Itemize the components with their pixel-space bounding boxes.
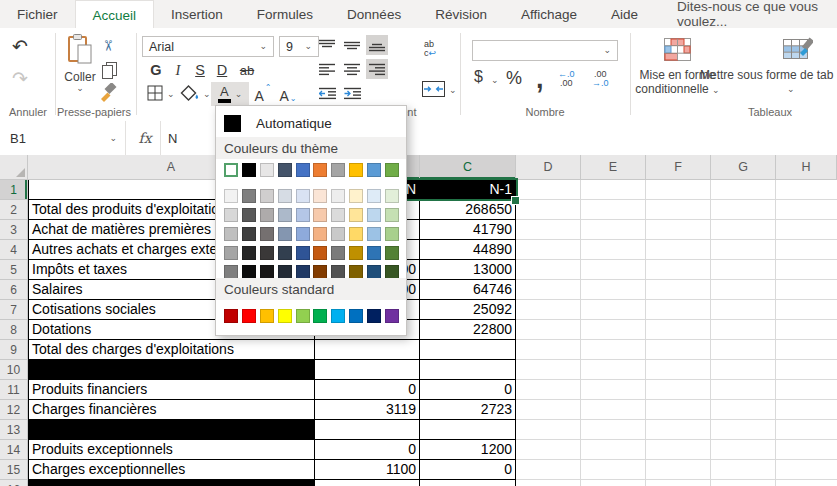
color-swatch[interactable] [367, 208, 381, 222]
cell-C13[interactable] [420, 420, 516, 440]
cell-C1[interactable]: N-1 [420, 180, 516, 200]
currency-format-button[interactable]: $ [474, 68, 483, 86]
color-swatch[interactable] [260, 163, 274, 177]
percent-format-button[interactable]: % [506, 68, 522, 89]
chevron-down-icon[interactable]: ⌄ [449, 86, 457, 95]
color-swatch[interactable] [313, 246, 327, 260]
fill-color-button[interactable] [180, 84, 200, 102]
col-header-D[interactable]: D [516, 155, 581, 180]
color-swatch[interactable] [385, 208, 399, 222]
increase-indent-button[interactable] [341, 83, 363, 103]
color-swatch[interactable] [242, 163, 256, 177]
font-size-combo[interactable]: 9 ⌄ [279, 36, 319, 57]
decrease-indent-button[interactable] [316, 83, 338, 103]
cell-C11[interactable]: 0 [420, 380, 516, 400]
tab-affichage[interactable]: Affichage [504, 0, 594, 28]
color-swatch[interactable] [278, 227, 292, 241]
color-swatch[interactable] [296, 265, 310, 279]
cell-C10[interactable] [420, 360, 516, 380]
color-swatch[interactable] [349, 208, 363, 222]
empty-cells[interactable] [516, 380, 837, 400]
empty-cells[interactable] [516, 180, 837, 200]
color-swatch[interactable] [296, 189, 310, 203]
color-swatch[interactable] [331, 208, 345, 222]
color-swatch[interactable] [242, 189, 256, 203]
tab-aide[interactable]: Aide [594, 0, 655, 28]
row-header-1[interactable]: 1 [0, 180, 28, 200]
tab-fichier[interactable]: Fichier [0, 0, 75, 28]
color-swatch[interactable] [349, 163, 363, 177]
automatic-color-item[interactable]: Automatique [216, 110, 406, 136]
color-swatch[interactable] [349, 309, 363, 323]
cell-A14[interactable]: Produits exceptionnels [28, 440, 315, 460]
empty-cells[interactable] [516, 460, 837, 480]
cell-A13[interactable] [28, 420, 315, 440]
color-swatch[interactable] [278, 208, 292, 222]
tab-insertion[interactable]: Insertion [154, 0, 240, 28]
merge-center-button[interactable] [421, 80, 445, 97]
double-underline-button[interactable]: D [212, 60, 232, 80]
cell-A12[interactable]: Charges financières [28, 400, 315, 420]
tell-me-search[interactable]: Dites-nous ce que vous voulez... [677, 0, 837, 28]
conditional-formatting-icon[interactable] [662, 36, 692, 62]
font-color-button[interactable]: A ⌄ [211, 82, 249, 106]
color-swatch[interactable] [260, 227, 274, 241]
color-swatch[interactable] [367, 309, 381, 323]
empty-cells[interactable] [516, 260, 837, 280]
cell-B11[interactable]: 0 [315, 380, 420, 400]
color-swatch[interactable] [385, 309, 399, 323]
cell-C7[interactable]: 25092 [420, 300, 516, 320]
color-swatch[interactable] [367, 246, 381, 260]
empty-cells[interactable] [516, 360, 837, 380]
paste-button[interactable]: Coller ⌄ [58, 33, 102, 93]
color-swatch[interactable] [224, 189, 238, 203]
empty-cells[interactable] [516, 320, 837, 340]
row-header-12[interactable]: 12 [0, 400, 28, 420]
color-swatch[interactable] [224, 309, 238, 323]
color-swatch[interactable] [331, 227, 345, 241]
empty-cells[interactable] [516, 420, 837, 440]
empty-cells[interactable] [516, 300, 837, 320]
cell-C3[interactable]: 41790 [420, 220, 516, 240]
row-header-7[interactable]: 7 [0, 300, 28, 320]
align-middle-button[interactable] [341, 35, 363, 55]
cell-B9[interactable] [315, 340, 420, 360]
col-header-G[interactable]: G [711, 155, 776, 180]
cell-A10[interactable] [28, 360, 315, 380]
name-box[interactable]: B1 ⌄ [0, 121, 126, 155]
italic-button[interactable]: I [168, 60, 188, 80]
insert-function-button[interactable]: fx [130, 121, 161, 155]
color-swatch[interactable] [313, 265, 327, 279]
underline-button[interactable]: S [190, 60, 210, 80]
color-swatch[interactable] [224, 265, 238, 279]
empty-cells[interactable] [516, 220, 837, 240]
color-swatch[interactable] [385, 189, 399, 203]
color-swatch[interactable] [331, 309, 345, 323]
row-header-16[interactable]: 16 [0, 480, 28, 486]
empty-cells[interactable] [516, 280, 837, 300]
undo-button[interactable]: ↶ [8, 34, 32, 58]
cell-B12[interactable]: 3119 [315, 400, 420, 420]
chevron-down-icon[interactable]: ⌄ [787, 85, 795, 94]
color-swatch[interactable] [296, 246, 310, 260]
color-swatch[interactable] [278, 309, 292, 323]
cell-A16[interactable] [28, 480, 315, 486]
color-swatch[interactable] [242, 265, 256, 279]
strikethrough-button[interactable]: ab [234, 60, 260, 80]
number-format-combo[interactable]: ⌄ [472, 40, 618, 61]
tab-formules[interactable]: Formules [240, 0, 330, 28]
color-swatch[interactable] [242, 309, 256, 323]
row-header-14[interactable]: 14 [0, 440, 28, 460]
color-swatch[interactable] [349, 246, 363, 260]
row-header-13[interactable]: 13 [0, 420, 28, 440]
color-swatch[interactable] [260, 246, 274, 260]
empty-cells[interactable] [516, 200, 837, 220]
color-swatch[interactable] [313, 208, 327, 222]
empty-cells[interactable] [516, 480, 837, 486]
color-swatch[interactable] [367, 189, 381, 203]
copy-icon[interactable] [99, 60, 119, 80]
color-swatch[interactable] [331, 189, 345, 203]
color-swatch[interactable] [331, 246, 345, 260]
decrease-font-size-button[interactable]: A⌄ [277, 84, 299, 104]
format-painter-icon[interactable] [97, 82, 119, 102]
